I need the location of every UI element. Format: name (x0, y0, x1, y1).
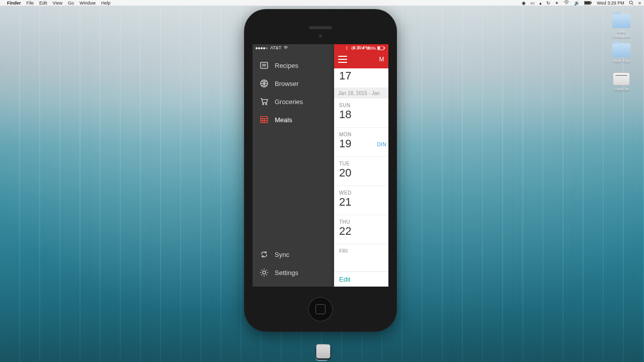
alarm-icon: ⧖ (357, 45, 360, 51)
panel-bottom-bar: Edit (334, 272, 388, 287)
svg-point-9 (263, 104, 264, 105)
day-cell[interactable]: WED 21 (334, 186, 388, 215)
day-cell[interactable]: MON 19 DIN (334, 128, 388, 157)
sidebar-bottom: Sync Settings (253, 245, 334, 287)
app-sidebar: AT&T Recipes Browser (253, 44, 334, 287)
iphone-frame: AT&T Recipes Browser (244, 9, 397, 332)
mac-dock (316, 344, 329, 361)
home-button[interactable] (308, 297, 333, 322)
svg-rect-19 (384, 47, 385, 49)
sidebar-item-recipes[interactable]: Recipes (253, 56, 334, 74)
day-cell[interactable]: 17 (334, 68, 388, 88)
signal-dots-icon (256, 45, 268, 50)
menubar-bluetooth-icon[interactable]: ✶ (555, 1, 559, 6)
wifi-icon (283, 46, 288, 50)
menubar-clock[interactable]: Wed 3:29 PM (597, 1, 624, 6)
meals-day-list[interactable]: 17 Jan 18, 2015 - Jan SUN 18 MON 19 DIN … (334, 68, 388, 272)
lock-orientation-icon: ⟳ (351, 46, 355, 51)
sidebar-item-browser[interactable]: Browser (253, 74, 334, 93)
mac-menubar: Finder File Edit View Go Window Help ◉ ▭… (0, 0, 644, 6)
svg-point-10 (266, 104, 267, 105)
ios-status-right: ☾ ⟳ ⧖ ✶ 36% (346, 45, 385, 51)
hamburger-icon[interactable] (338, 56, 347, 63)
sidebar-nav: Recipes Browser Groceries (253, 56, 334, 245)
day-number: 17 (339, 69, 383, 82)
menubar-spotlight-icon[interactable] (629, 1, 634, 6)
desktop-icon-label: Tech Tips (609, 59, 634, 63)
desktop-icon-label: CANON (609, 87, 634, 92)
sidebar-item-meals[interactable]: Meals (253, 111, 334, 129)
folder-icon (612, 43, 630, 57)
sidebar-item-label: Groceries (275, 98, 303, 106)
bluetooth-icon: ✶ (361, 46, 365, 51)
day-number: 20 (339, 166, 383, 179)
day-of-week: WED (339, 190, 383, 196)
day-of-week: SUN (339, 103, 383, 108)
sidebar-item-label: Settings (275, 269, 298, 277)
phone-speaker (309, 26, 332, 29)
day-of-week: FRI (339, 248, 383, 254)
cart-icon (260, 97, 269, 106)
folder-icon (612, 14, 630, 28)
sidebar-item-settings[interactable]: Settings (253, 263, 334, 282)
gear-icon (260, 268, 269, 277)
menubar-file[interactable]: File (27, 1, 34, 6)
recipe-card-icon (260, 61, 269, 70)
day-cell[interactable]: SUN 18 (334, 99, 388, 128)
sidebar-item-sync[interactable]: Sync (253, 245, 334, 263)
app-root: AT&T Recipes Browser (253, 44, 388, 287)
menubar-app-name[interactable]: Finder (7, 1, 21, 6)
phone-camera (318, 34, 323, 38)
ios-carrier: AT&T (270, 45, 281, 50)
day-cell[interactable]: FRI (334, 244, 388, 254)
day-of-week: THU (339, 219, 383, 225)
desktop-folder-new-computer[interactable]: New Computer (609, 14, 634, 39)
day-of-week: TUE (339, 161, 383, 166)
sidebar-item-label: Recipes (275, 62, 298, 69)
menubar-notification-icon[interactable]: ≡ (638, 1, 641, 6)
desktop-folder-tech-tips[interactable]: Tech Tips (609, 43, 634, 63)
day-of-week: MON (339, 132, 383, 137)
day-number: 18 (339, 108, 383, 121)
menubar-go[interactable]: Go (68, 1, 74, 6)
menubar-timemachine-icon[interactable]: ↻ (546, 1, 550, 6)
svg-rect-2 (591, 2, 592, 4)
menubar-screenrec-icon[interactable]: ◉ (522, 1, 526, 6)
edit-button[interactable]: Edit (339, 276, 350, 283)
dock-trash[interactable] (316, 344, 331, 358)
menubar-view[interactable]: View (53, 1, 62, 6)
svg-rect-1 (585, 2, 590, 4)
phone-screen: AT&T Recipes Browser (253, 44, 388, 287)
svg-line-4 (632, 4, 633, 5)
day-cell[interactable]: TUE 20 (334, 157, 388, 186)
battery-icon (377, 46, 385, 50)
desktop-drive-canon[interactable]: CANON (609, 72, 634, 92)
svg-rect-11 (261, 117, 268, 123)
svg-rect-18 (378, 47, 380, 49)
week-range-header: Jan 18, 2015 - Jan (334, 88, 388, 99)
calendar-icon (260, 115, 269, 124)
panel-header: 3:29 PM ☾ ⟳ ⧖ ✶ 36% M (334, 44, 388, 68)
drive-icon (613, 72, 630, 85)
menubar-wifi-icon[interactable] (564, 1, 570, 5)
menubar-display-icon[interactable]: ▭ (530, 1, 535, 6)
svg-point-16 (263, 271, 266, 274)
header-title-fragment: M (379, 56, 385, 63)
menubar-battery-icon[interactable] (584, 1, 592, 5)
meals-panel: 3:29 PM ☾ ⟳ ⧖ ✶ 36% M 17 (334, 44, 388, 287)
battery-pct: 36% (367, 46, 376, 51)
svg-point-3 (629, 1, 632, 4)
menubar-window[interactable]: Window (79, 1, 96, 6)
sync-icon (260, 250, 269, 259)
menubar-airplay-icon[interactable]: ▴ (539, 1, 542, 6)
sidebar-item-groceries[interactable]: Groceries (253, 93, 334, 111)
dnd-moon-icon: ☾ (346, 46, 350, 51)
day-cell[interactable]: THU 22 (334, 215, 388, 244)
menubar-edit[interactable]: Edit (39, 1, 47, 6)
sidebar-item-label: Meals (275, 116, 292, 124)
globe-icon (260, 79, 269, 88)
day-number: 21 (339, 196, 383, 209)
menubar-volume-icon[interactable]: 🔊 (574, 1, 580, 6)
sidebar-item-label: Browser (275, 80, 299, 87)
menubar-help[interactable]: Help (101, 1, 111, 6)
